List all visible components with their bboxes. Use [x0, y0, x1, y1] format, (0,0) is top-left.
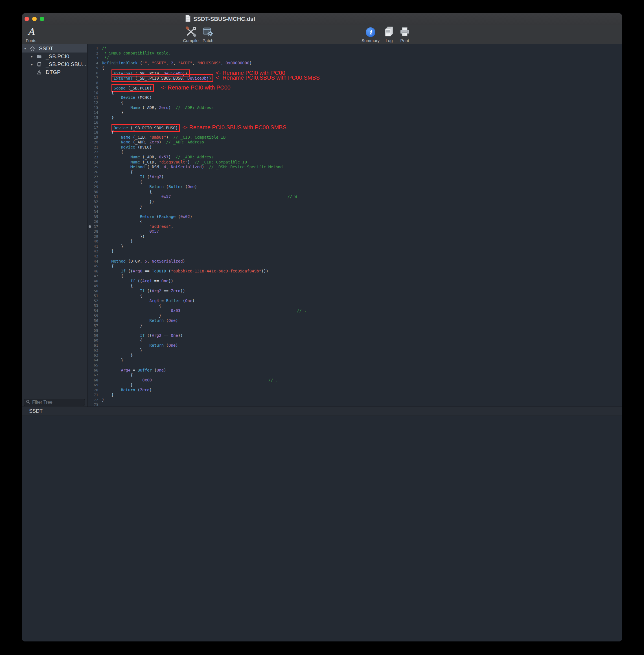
log-button[interactable]: Log	[383, 25, 396, 43]
code-line: 51 {	[88, 293, 622, 298]
summary-button[interactable]: i Summary	[362, 25, 380, 43]
tree-item-sb-pci0[interactable]: ▸_SB.PCI0	[22, 52, 87, 61]
code-line: 49 {	[88, 284, 622, 289]
minimize-button[interactable]	[32, 17, 37, 21]
line-number: 2	[88, 51, 98, 56]
line-number: 41	[88, 244, 98, 249]
line-number: 71	[88, 392, 98, 398]
line-number: 16	[88, 120, 98, 125]
line-number: 30	[88, 189, 98, 195]
tree-item-ssdt[interactable]: ▾SSDT	[22, 44, 87, 52]
folder-icon	[36, 54, 42, 59]
line-number: 24	[88, 160, 98, 165]
line-number: 18	[88, 130, 98, 135]
line-number: 22	[88, 150, 98, 155]
code-line: 22 {	[88, 150, 622, 155]
code-line: 59 If ((Arg2 == One))	[88, 333, 622, 338]
code-line: 27 If (!Arg2)	[88, 175, 622, 180]
line-number: 65	[88, 363, 98, 368]
compile-label: Compile	[183, 38, 199, 43]
line-number: 36	[88, 219, 98, 224]
code-lines: 1/*2 * SMBus compatibility table.3 */4De…	[88, 46, 622, 407]
compile-button[interactable]: Compile	[182, 25, 200, 43]
code-line: 65	[88, 363, 622, 368]
tree-item-sb-pci0-sbu[interactable]: ▸_SB.PCI0.SBU...	[22, 61, 87, 68]
toolbar: A Fonts Compile	[22, 25, 622, 45]
code-line: 17 Device (_SB.PCI0.SBUS.BUS0)<- Rename …	[88, 125, 622, 130]
traffic-lights	[25, 17, 44, 21]
titlebar[interactable]: SSDT-SBUS-MCHC.dsl	[22, 13, 622, 25]
code-line: 30 {	[88, 189, 622, 195]
line-number: 51	[88, 293, 98, 298]
code-editor[interactable]: 1/*2 * SMBus compatibility table.3 */4De…	[88, 44, 622, 407]
tree-item-label: DTGP	[46, 69, 61, 75]
fonts-button[interactable]: A Fonts	[23, 25, 40, 43]
tree: ▾SSDT▸_SB.PCI0▸_SB.PCI0.SBU...DTGP	[22, 44, 87, 76]
tree-item-dtgp[interactable]: DTGP	[22, 68, 87, 76]
line-number: 38	[88, 229, 98, 234]
code-line: 61 Return (One)	[88, 343, 622, 348]
patch-button[interactable]: Patch	[200, 25, 216, 43]
code-line: 43	[88, 254, 622, 259]
gutter-marker-dot-icon	[89, 225, 91, 228]
line-number: 63	[88, 353, 98, 358]
code-line: 2 * SMBus compatibility table.	[88, 51, 622, 56]
code-line: 35 Return (Package (0x02)	[88, 214, 622, 219]
line-number: 54	[88, 308, 98, 313]
line-number: 26	[88, 170, 98, 175]
line-number: 39	[88, 234, 98, 239]
code-line: 31 0x57 // W	[88, 194, 622, 199]
tree-item-label: SSDT	[39, 45, 53, 52]
zoom-button[interactable]	[40, 17, 44, 21]
patch-annotation: <- Rename PCI0.SBUS with PC00.SMBS	[182, 124, 286, 131]
line-number: 62	[88, 348, 98, 353]
tree-item-label: _SB.PCI0	[46, 53, 69, 60]
code-line: 20 Name (_ADR, Zero) // _ADR: Address	[88, 140, 622, 145]
line-number: 12	[88, 100, 98, 105]
line-number: 60	[88, 338, 98, 343]
code-line: 64 }	[88, 358, 622, 363]
line-number: 27	[88, 175, 98, 180]
line-number: 25	[88, 165, 98, 170]
line-number: 58	[88, 328, 98, 333]
line-number: 67	[88, 373, 98, 378]
code-line: 37 "address",	[88, 224, 622, 229]
line-number: 57	[88, 323, 98, 329]
code-line: 67 {	[88, 373, 622, 378]
disclosure-open-icon[interactable]: ▾	[24, 47, 29, 50]
code-line: 52 Arg4 = Buffer (One)	[88, 298, 622, 303]
status-path: SSDT	[29, 408, 43, 414]
line-number: 70	[88, 388, 98, 393]
line-number: 44	[88, 259, 98, 264]
line-number: 50	[88, 289, 98, 294]
log-pages-icon	[384, 26, 394, 37]
title-area: SSDT-SBUS-MCHC.dsl	[185, 13, 255, 25]
editor-empty-area	[22, 416, 622, 641]
home-icon	[29, 46, 36, 51]
print-button[interactable]: Print	[397, 25, 412, 43]
device-icon	[36, 62, 42, 67]
line-number: 9	[88, 85, 98, 90]
line-number: 66	[88, 368, 98, 373]
line-number: 59	[88, 333, 98, 338]
fonts-label: Fonts	[26, 38, 37, 43]
code-line: 44 Method (DTGP, 5, NotSerialized)	[88, 259, 622, 264]
code-line: 54 0x03 // .	[88, 308, 622, 313]
code-line: 69 }	[88, 383, 622, 388]
line-number: 43	[88, 254, 98, 259]
line-number: 1	[88, 46, 98, 51]
line-number: 48	[88, 279, 98, 284]
line-number: 19	[88, 135, 98, 140]
log-label: Log	[386, 38, 393, 43]
disclosure-closed-icon[interactable]: ▸	[31, 62, 36, 66]
code-line: 50 If ((Arg2 == Zero))	[88, 289, 622, 294]
code-line: 32 })	[88, 199, 622, 204]
filter-field[interactable]	[24, 399, 85, 406]
line-number: 29	[88, 184, 98, 189]
filter-input[interactable]	[31, 400, 83, 405]
line-number: 49	[88, 284, 98, 289]
disclosure-closed-icon[interactable]: ▸	[31, 54, 36, 59]
close-button[interactable]	[25, 17, 29, 21]
line-number: 20	[88, 140, 98, 145]
line-number: 3	[88, 55, 98, 61]
